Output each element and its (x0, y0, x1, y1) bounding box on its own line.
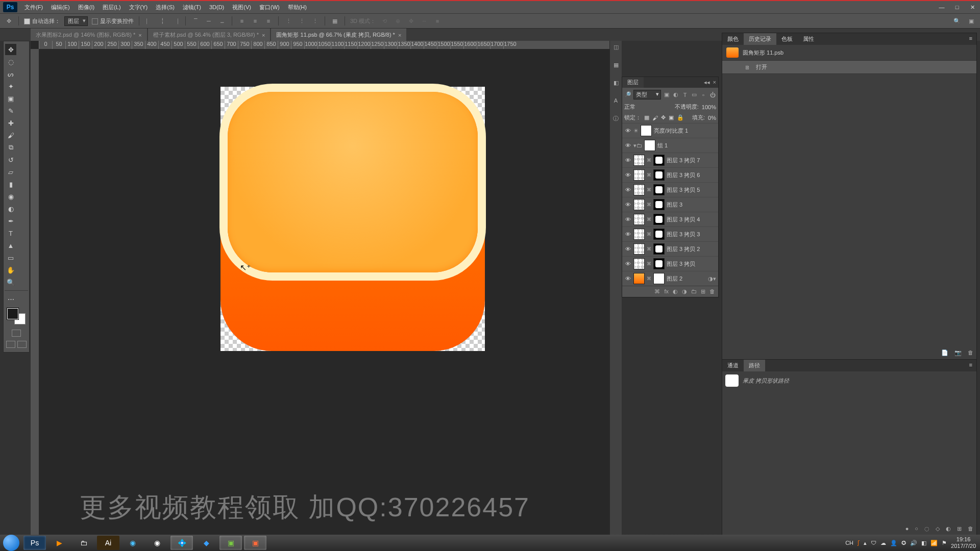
document-tab[interactable]: 水果图标2.psd @ 146% (图标, RGB/8) *× (31, 29, 147, 41)
collapsed-panel-icon[interactable]: ▦ (614, 62, 619, 68)
swatches-tab[interactable]: 色板 (776, 33, 798, 45)
taskbar-app[interactable]: ▶ (48, 536, 70, 550)
gradient-tool[interactable]: ▮ (5, 179, 16, 190)
color-swatches[interactable] (7, 308, 26, 324)
menu-item[interactable]: 3D(D) (205, 4, 228, 10)
layer-row[interactable]: 👁⌘图层 3 拷贝 7 (622, 153, 718, 167)
auto-align-icon[interactable]: ▦ (330, 16, 339, 26)
dist-vcenter-icon[interactable]: ≡ (251, 16, 260, 26)
color-tab[interactable]: 颜色 (722, 33, 744, 45)
align-hcenter-icon[interactable]: ╎ (158, 16, 167, 26)
menu-item[interactable]: 图像(I) (74, 4, 99, 10)
layer-row[interactable]: 👁▾🗀组 1 (622, 138, 718, 153)
menu-item[interactable]: 选择(S) (152, 4, 179, 10)
align-bottom-icon[interactable]: ⎽ (217, 16, 227, 26)
lock-paint-icon[interactable]: 🖌 (652, 115, 658, 121)
tray-network-icon[interactable]: 📶 (930, 540, 938, 546)
delete-path-icon[interactable]: 🗑 (968, 525, 973, 532)
document-tab[interactable]: 橙子素材.psd @ 56.4% (图层 3, RGB/8#) *× (148, 29, 271, 41)
link-layers-icon[interactable]: ⌘ (654, 288, 660, 295)
opacity-value[interactable]: 100% (702, 104, 716, 110)
brush-tool[interactable]: 🖌 (5, 130, 16, 141)
collapsed-panel-icon[interactable]: A (614, 97, 618, 104)
filter-kind-select[interactable]: 类型 (633, 90, 661, 99)
taskbar-app[interactable]: ◉ (121, 536, 144, 550)
tray-volume-icon[interactable]: 🔊 (910, 540, 917, 546)
filter-shape-icon[interactable]: ▭ (691, 91, 698, 98)
menu-item[interactable]: 视图(V) (228, 4, 255, 10)
panel-menu-icon[interactable]: ≡ (965, 33, 976, 45)
crop-tool[interactable]: ▣ (5, 93, 16, 104)
panel-collapse-icon[interactable]: ◂◂ (704, 79, 710, 86)
align-top-icon[interactable]: ⎺ (191, 16, 200, 26)
new-path-icon[interactable]: ⊞ (957, 525, 962, 532)
taskbar-app[interactable]: ◆ (195, 536, 217, 550)
visibility-toggle[interactable]: 👁 (624, 142, 631, 148)
menu-item[interactable]: 帮助(H) (284, 4, 311, 10)
align-left-icon[interactable]: ⎸ (144, 16, 154, 26)
artboard[interactable] (220, 87, 485, 351)
ime-indicator[interactable]: CH (845, 540, 853, 546)
tray-chevron-icon[interactable]: ▴ (864, 540, 867, 546)
visibility-toggle[interactable]: 👁 (624, 202, 631, 208)
marquee-tool[interactable]: ◌ (5, 56, 16, 67)
filter-type-icon[interactable]: T (681, 92, 689, 98)
history-tab[interactable]: 历史记录 (744, 33, 776, 45)
history-step[interactable]: 🗎 打开 (722, 61, 976, 74)
collapsed-panel-icon[interactable]: ◧ (614, 80, 619, 86)
close-tab-icon[interactable]: × (138, 32, 141, 38)
menu-item[interactable]: 滤镜(T) (179, 4, 205, 10)
visibility-toggle[interactable]: 👁 (624, 231, 631, 237)
healing-tool[interactable]: ✚ (5, 117, 16, 129)
type-tool[interactable]: T (5, 228, 16, 239)
search-icon[interactable]: 🔍 (952, 16, 962, 26)
history-brush-tool[interactable]: ↺ (5, 154, 16, 165)
fill-path-icon[interactable]: ● (905, 525, 909, 532)
tray-icon[interactable]: 👤 (890, 540, 897, 546)
align-right-icon[interactable]: ⎹ (171, 16, 180, 26)
sel-to-path-icon[interactable]: ◇ (936, 525, 940, 532)
ruler-vertical[interactable] (31, 49, 39, 536)
tray-flag-icon[interactable]: ⚑ (942, 540, 947, 546)
visibility-toggle[interactable]: 👁 (624, 246, 631, 252)
panel-menu-icon[interactable]: ≡ (965, 360, 976, 371)
system-tray[interactable]: CH ʃ ▴ 🛡 ☁ 👤 ✪ 🔊 ◧ 📶 ⚑ 19:162017/7/20 (841, 536, 980, 549)
lock-trans-icon[interactable]: ▦ (644, 114, 649, 121)
adjustment-layer-icon[interactable]: ◑ (682, 288, 687, 295)
dist-left-icon[interactable]: ⋮ (284, 16, 293, 26)
align-vcenter-icon[interactable]: ─ (204, 16, 213, 26)
filter-toggle[interactable]: ⏻ (709, 92, 716, 98)
group-icon[interactable]: 🗀 (691, 288, 697, 295)
delete-layer-icon[interactable]: 🗑 (709, 288, 715, 295)
tray-icon[interactable]: ◧ (921, 540, 926, 546)
close-tab-icon[interactable]: × (398, 32, 401, 38)
channels-tab[interactable]: 通道 (722, 360, 744, 371)
path-to-sel-icon[interactable]: ◌ (924, 525, 929, 532)
tray-icon[interactable]: ʃ (857, 540, 860, 546)
layer-row[interactable]: 👁⌘图层 3 拷贝 2 (622, 241, 718, 256)
panel-close-icon[interactable]: × (713, 79, 716, 86)
snapshot-icon[interactable]: 📷 (954, 349, 962, 356)
menu-item[interactable]: 文件(F) (20, 4, 47, 10)
screen-mode[interactable] (6, 341, 27, 348)
maximize-button[interactable]: □ (949, 4, 965, 11)
lock-artb-icon[interactable]: ▣ (669, 114, 674, 121)
minimize-button[interactable]: — (934, 4, 949, 11)
layer-row[interactable]: 👁⌘图层 3 拷贝 4 (622, 212, 718, 227)
taskbar-app-explorer[interactable]: 🗀 (72, 536, 95, 550)
stroke-path-icon[interactable]: ○ (915, 525, 918, 532)
menu-item[interactable]: 窗口(W) (255, 4, 284, 10)
visibility-toggle[interactable]: 👁 (624, 261, 631, 267)
stamp-tool[interactable]: ⧉ (5, 142, 16, 153)
properties-tab[interactable]: 属性 (798, 33, 819, 45)
collapsed-panel-icon[interactable]: ⓘ (613, 115, 619, 122)
foreground-color[interactable] (7, 308, 18, 319)
shape-tool[interactable]: ▭ (5, 252, 16, 263)
lock-all-icon[interactable]: 🔒 (677, 114, 684, 121)
document-tab-active[interactable]: 圆角矩形 11.psb @ 66.7% (果皮 拷贝, RGB/8) *× (271, 29, 406, 41)
filter-search-icon[interactable]: 🔎 (624, 91, 631, 98)
close-tab-icon[interactable]: × (262, 32, 265, 38)
zoom-tool[interactable]: 🔍 (5, 277, 16, 288)
tray-icon[interactable]: ✪ (901, 540, 906, 546)
pen-tool[interactable]: ✒ (5, 215, 16, 227)
